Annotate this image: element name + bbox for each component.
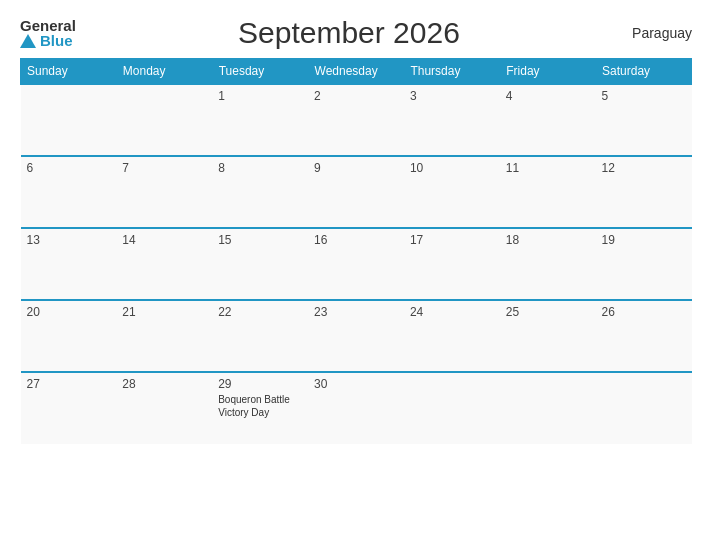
calendar-cell: 10 (404, 156, 500, 228)
calendar-cell: 3 (404, 84, 500, 156)
calendar-title: September 2026 (76, 16, 622, 50)
day-number: 8 (218, 161, 302, 175)
day-number: 11 (506, 161, 590, 175)
day-number: 6 (27, 161, 111, 175)
day-number: 9 (314, 161, 398, 175)
header-saturday: Saturday (596, 59, 692, 85)
calendar-week-row: 13141516171819 (21, 228, 692, 300)
day-number: 21 (122, 305, 206, 319)
header-friday: Friday (500, 59, 596, 85)
day-number: 23 (314, 305, 398, 319)
day-number: 16 (314, 233, 398, 247)
header-wednesday: Wednesday (308, 59, 404, 85)
day-number: 4 (506, 89, 590, 103)
day-number: 7 (122, 161, 206, 175)
calendar-cell: 1 (212, 84, 308, 156)
calendar-cell: 16 (308, 228, 404, 300)
header-monday: Monday (116, 59, 212, 85)
day-number: 17 (410, 233, 494, 247)
calendar-cell: 25 (500, 300, 596, 372)
calendar-cell: 7 (116, 156, 212, 228)
calendar-week-row: 20212223242526 (21, 300, 692, 372)
calendar-cell: 5 (596, 84, 692, 156)
weekday-header-row: Sunday Monday Tuesday Wednesday Thursday… (21, 59, 692, 85)
logo-general-text: General (20, 18, 76, 33)
calendar-cell: 12 (596, 156, 692, 228)
day-number: 18 (506, 233, 590, 247)
day-number: 24 (410, 305, 494, 319)
logo-triangle-icon (20, 34, 36, 48)
calendar-cell: 30 (308, 372, 404, 444)
calendar-page: General Blue September 2026 Paraguay Sun… (0, 0, 712, 550)
header-thursday: Thursday (404, 59, 500, 85)
day-number: 29 (218, 377, 302, 391)
calendar-table: Sunday Monday Tuesday Wednesday Thursday… (20, 58, 692, 444)
day-number: 30 (314, 377, 398, 391)
logo-blue-text: Blue (40, 33, 73, 48)
day-number: 25 (506, 305, 590, 319)
calendar-cell: 22 (212, 300, 308, 372)
day-number: 13 (27, 233, 111, 247)
day-number: 26 (602, 305, 686, 319)
day-number: 20 (27, 305, 111, 319)
calendar-cell: 23 (308, 300, 404, 372)
calendar-cell (404, 372, 500, 444)
header-sunday: Sunday (21, 59, 117, 85)
calendar-cell: 8 (212, 156, 308, 228)
calendar-cell: 26 (596, 300, 692, 372)
day-number: 15 (218, 233, 302, 247)
calendar-week-row: 6789101112 (21, 156, 692, 228)
calendar-cell: 20 (21, 300, 117, 372)
day-number: 12 (602, 161, 686, 175)
calendar-cell: 19 (596, 228, 692, 300)
calendar-cell: 6 (21, 156, 117, 228)
calendar-cell: 9 (308, 156, 404, 228)
calendar-week-row: 272829Boqueron Battle Victory Day30 (21, 372, 692, 444)
day-number: 3 (410, 89, 494, 103)
day-number: 27 (27, 377, 111, 391)
calendar-week-row: 12345 (21, 84, 692, 156)
country-label: Paraguay (622, 25, 692, 41)
calendar-cell: 24 (404, 300, 500, 372)
day-number: 10 (410, 161, 494, 175)
day-number: 5 (602, 89, 686, 103)
calendar-cell: 4 (500, 84, 596, 156)
day-number: 22 (218, 305, 302, 319)
header: General Blue September 2026 Paraguay (20, 16, 692, 50)
calendar-cell (500, 372, 596, 444)
calendar-cell: 29Boqueron Battle Victory Day (212, 372, 308, 444)
calendar-cell (116, 84, 212, 156)
calendar-cell: 17 (404, 228, 500, 300)
day-number: 2 (314, 89, 398, 103)
calendar-cell: 2 (308, 84, 404, 156)
day-number: 19 (602, 233, 686, 247)
calendar-cell: 28 (116, 372, 212, 444)
calendar-cell: 21 (116, 300, 212, 372)
calendar-cell: 18 (500, 228, 596, 300)
calendar-cell (596, 372, 692, 444)
calendar-cell: 15 (212, 228, 308, 300)
calendar-cell: 11 (500, 156, 596, 228)
logo-blue-row: Blue (20, 33, 73, 48)
calendar-cell (21, 84, 117, 156)
calendar-cell: 13 (21, 228, 117, 300)
logo: General Blue (20, 18, 76, 48)
day-number: 14 (122, 233, 206, 247)
calendar-cell: 14 (116, 228, 212, 300)
calendar-cell: 27 (21, 372, 117, 444)
event-label: Boqueron Battle Victory Day (218, 393, 302, 419)
header-tuesday: Tuesday (212, 59, 308, 85)
day-number: 28 (122, 377, 206, 391)
day-number: 1 (218, 89, 302, 103)
